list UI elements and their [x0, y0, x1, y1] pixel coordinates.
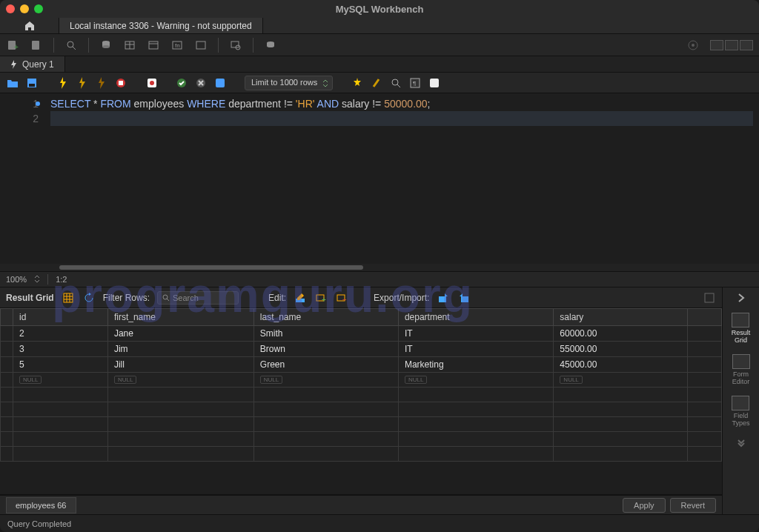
explain-icon[interactable]	[95, 76, 108, 90]
editor-toolbar: Limit to 1000 rows ¶	[0, 73, 759, 93]
search-table-data-icon[interactable]	[229, 39, 242, 52]
panel-toggle-group	[710, 40, 753, 50]
gutter-line-1: 1	[3, 96, 39, 111]
reconnect-icon[interactable]	[264, 39, 277, 52]
snippet-icon[interactable]	[428, 76, 441, 90]
add-row-icon[interactable]: +	[314, 291, 328, 305]
cell[interactable]: 3	[13, 342, 108, 357]
table-row[interactable]: 5JillGreenMarketing45000.00	[1, 357, 722, 373]
cell-null[interactable]: NULL	[398, 373, 553, 388]
query-tab[interactable]: Query 1	[0, 56, 65, 72]
cell[interactable]: Green	[253, 357, 398, 373]
home-icon	[24, 21, 36, 31]
side-form-editor[interactable]: Form Editor	[732, 354, 750, 385]
settings-icon[interactable]	[686, 39, 700, 52]
result-tab[interactable]: employees 66	[6, 497, 76, 513]
side-result-grid[interactable]: Result Grid	[732, 313, 751, 344]
connection-tab[interactable]: Local instance 3306 - Warning - not supp…	[59, 18, 263, 33]
new-sql-tab-icon[interactable]: +	[6, 39, 19, 52]
cell[interactable]: 60000.00	[554, 326, 688, 342]
table-row[interactable]: 2JaneSmithIT60000.00	[1, 326, 722, 342]
sql-editor[interactable]: 1 2 SELECT * FROM employees WHERE depart…	[0, 93, 759, 264]
revert-button[interactable]: Revert	[670, 498, 716, 513]
svg-text:fn: fn	[175, 42, 180, 49]
export-import-label: Export/Import:	[374, 293, 429, 303]
toggle-invisible-icon[interactable]	[389, 76, 402, 90]
cell[interactable]: Brown	[253, 342, 398, 357]
wrap-icon[interactable]: ¶	[408, 76, 422, 90]
col-id[interactable]: id	[13, 309, 108, 326]
toggle-right-panel[interactable]	[740, 40, 753, 50]
close-window-button[interactable]	[6, 4, 15, 13]
minimize-window-button[interactable]	[20, 4, 29, 13]
wrap-cell-icon[interactable]	[703, 291, 716, 305]
side-field-types[interactable]: Field Types	[732, 396, 749, 427]
commit-icon[interactable]	[175, 76, 188, 90]
save-file-icon[interactable]	[25, 76, 39, 90]
cell[interactable]: Jane	[107, 326, 253, 342]
stop-icon[interactable]	[114, 76, 127, 90]
beautify-icon[interactable]	[351, 76, 364, 90]
cell[interactable]: 45000.00	[554, 357, 688, 373]
create-schema-icon[interactable]	[99, 39, 113, 52]
home-tab[interactable]	[0, 18, 59, 33]
cell[interactable]: Smith	[253, 326, 398, 342]
svg-point-3	[67, 41, 73, 47]
export-icon[interactable]	[437, 291, 450, 305]
delete-row-icon[interactable]: −	[335, 291, 348, 305]
toggle-bottom-panel[interactable]	[725, 40, 738, 50]
result-grid[interactable]: id first_name last_name department salar…	[0, 308, 722, 495]
refresh-icon[interactable]	[82, 291, 96, 305]
create-function-icon[interactable]	[194, 39, 208, 52]
edit-row-icon[interactable]	[294, 291, 307, 305]
inspector-icon[interactable]	[64, 39, 78, 52]
scrollbar-thumb[interactable]	[59, 265, 363, 270]
col-department[interactable]: department	[398, 309, 553, 326]
table-row-null[interactable]: NULLNULLNULLNULLNULL	[1, 373, 722, 388]
open-sql-file-icon[interactable]	[30, 39, 43, 52]
cell[interactable]: IT	[398, 342, 553, 357]
toggle-whitespace-icon[interactable]	[213, 76, 227, 90]
open-file-icon[interactable]	[6, 76, 19, 90]
code-area[interactable]: SELECT * FROM employees WHERE department…	[44, 93, 759, 264]
cell-null[interactable]: NULL	[13, 373, 108, 388]
svg-line-31	[397, 84, 400, 87]
status-text: Query Completed	[7, 519, 71, 528]
create-view-icon[interactable]	[147, 39, 160, 52]
scroll-down-icon[interactable]	[736, 437, 746, 448]
col-first_name[interactable]: first_name	[107, 309, 253, 326]
zoom-stepper-icon[interactable]	[34, 276, 40, 283]
grid-view-icon[interactable]	[62, 291, 75, 305]
collapse-arrow-icon[interactable]	[738, 293, 745, 302]
cell[interactable]: Marketing	[398, 357, 553, 373]
cell-null[interactable]: NULL	[554, 373, 688, 388]
table-row[interactable]: 3JimBrownIT55000.00	[1, 342, 722, 357]
toggle-left-panel[interactable]	[710, 40, 723, 50]
cell[interactable]: IT	[398, 326, 553, 342]
create-table-icon[interactable]	[123, 39, 136, 52]
create-procedure-icon[interactable]: fn	[170, 39, 184, 52]
svg-rect-47	[439, 296, 446, 302]
cell[interactable]: 5	[13, 357, 108, 373]
filter-search-input[interactable]: Search	[157, 291, 239, 305]
rollback-icon[interactable]	[194, 76, 208, 90]
toggle-autocommit-icon[interactable]	[145, 76, 159, 90]
find-icon[interactable]	[370, 76, 383, 90]
import-icon[interactable]	[457, 291, 471, 305]
col-salary[interactable]: salary	[554, 309, 688, 326]
apply-button[interactable]: Apply	[623, 498, 666, 513]
editor-hscrollbar[interactable]	[0, 264, 759, 271]
cell-null[interactable]: NULL	[107, 373, 253, 388]
data-table: id first_name last_name department salar…	[0, 308, 722, 462]
col-last_name[interactable]: last_name	[253, 309, 398, 326]
cell[interactable]: 2	[13, 326, 108, 342]
cell[interactable]: Jim	[107, 342, 253, 357]
cell-null[interactable]: NULL	[253, 373, 398, 388]
execute-icon[interactable]	[56, 76, 70, 90]
cell[interactable]: Jill	[107, 357, 253, 373]
cell[interactable]: 55000.00	[554, 342, 688, 357]
row-limit-select[interactable]: Limit to 1000 rows	[245, 76, 333, 90]
execute-current-icon[interactable]	[76, 76, 89, 90]
window-controls	[6, 4, 43, 13]
maximize-window-button[interactable]	[34, 4, 43, 13]
